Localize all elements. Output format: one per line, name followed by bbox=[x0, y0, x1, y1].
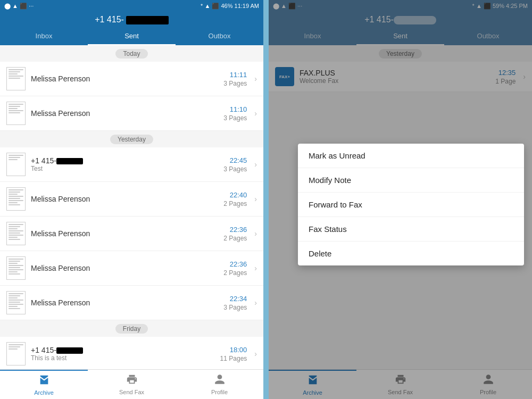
phone-divider bbox=[263, 0, 269, 399]
fax-thumbnail bbox=[6, 222, 26, 245]
send-fax-icon bbox=[126, 373, 138, 388]
context-menu-item-fax-status[interactable]: Fax Status bbox=[298, 217, 524, 242]
list-item[interactable]: Melissa Perenson 11:11 3 Pages › bbox=[0, 62, 263, 96]
msg-meta: 22:40 2 Pages bbox=[223, 191, 247, 207]
date-label-yesterday-left: Yesterday bbox=[110, 135, 153, 144]
date-section-yesterday-left: Yesterday bbox=[0, 131, 263, 147]
left-phone-number-redacted bbox=[126, 16, 169, 24]
context-menu-item-delete[interactable]: Delete bbox=[298, 242, 524, 265]
chevron-right-icon: › bbox=[254, 74, 257, 83]
msg-meta: 11:11 3 Pages bbox=[223, 71, 247, 87]
context-menu-item-forward-fax[interactable]: Forward to Fax bbox=[298, 193, 524, 217]
msg-meta: 22:36 2 Pages bbox=[223, 260, 247, 277]
context-menu: Mark as Unread Modify Note Forward to Fa… bbox=[298, 144, 524, 265]
fax-thumbnail bbox=[6, 256, 26, 280]
msg-info: +1 415- This is a test bbox=[31, 346, 215, 362]
msg-meta: 22:34 3 Pages bbox=[223, 295, 247, 311]
list-item[interactable]: Melissa Perenson 11:10 3 Pages › bbox=[0, 96, 263, 131]
fax-thumbnail bbox=[6, 153, 26, 176]
msg-info: Melissa Perenson bbox=[31, 109, 218, 118]
date-section-today: Today bbox=[0, 45, 263, 62]
msg-meta: 22:45 3 Pages bbox=[223, 156, 247, 173]
left-bottom-nav: Archive Send Fax Profile bbox=[0, 369, 263, 399]
left-status-left: ⬤ ▲ ⬛ ··· bbox=[4, 3, 34, 10]
list-item[interactable]: Melissa Perenson 22:36 2 Pages › bbox=[0, 251, 263, 286]
nav-archive-left[interactable]: Archive bbox=[0, 370, 88, 399]
left-phone-header: +1 415- bbox=[0, 12, 263, 28]
list-item[interactable]: Melissa Perenson 22:36 2 Pages › bbox=[0, 217, 263, 251]
chevron-right-icon: › bbox=[254, 160, 257, 169]
fax-thumbnail bbox=[6, 187, 26, 211]
chevron-right-icon: › bbox=[254, 350, 257, 358]
msg-info: Melissa Perenson bbox=[31, 195, 218, 203]
tab-inbox-left[interactable]: Inbox bbox=[0, 28, 88, 45]
nav-sendfax-left[interactable]: Send Fax bbox=[88, 370, 176, 399]
tab-sent-left[interactable]: Sent bbox=[88, 28, 176, 45]
msg-meta: 22:36 2 Pages bbox=[223, 226, 247, 242]
left-message-list: Today Melissa Perenson 11:11 3 Pages › bbox=[0, 45, 263, 369]
msg-info: Melissa Perenson bbox=[31, 229, 218, 238]
date-label-friday: Friday bbox=[115, 324, 148, 334]
list-item[interactable]: Melissa Perenson 22:40 2 Pages › bbox=[0, 182, 263, 217]
chevron-right-icon: › bbox=[254, 229, 257, 238]
list-item[interactable]: +1 415- This is a test 18:00 11 Pages › bbox=[0, 337, 263, 369]
msg-meta: 11:10 3 Pages bbox=[223, 105, 247, 122]
profile-icon bbox=[214, 373, 226, 388]
fax-thumbnail bbox=[6, 102, 26, 125]
msg-info: Melissa Perenson bbox=[31, 264, 218, 272]
date-label-today: Today bbox=[115, 49, 147, 59]
nav-label-archive-left: Archive bbox=[34, 389, 54, 396]
chevron-right-icon: › bbox=[254, 264, 257, 272]
chevron-right-icon: › bbox=[254, 109, 257, 118]
nav-label-profile-left: Profile bbox=[211, 389, 228, 395]
chevron-right-icon: › bbox=[254, 195, 257, 203]
left-phone-screen: ⬤ ▲ ⬛ ··· * ▲ ⬛ 46% 11:19 AM +1 415- Inb… bbox=[0, 0, 263, 399]
context-menu-item-mark-unread[interactable]: Mark as Unread bbox=[298, 144, 524, 168]
date-section-friday: Friday bbox=[0, 320, 263, 337]
nav-label-sendfax-left: Send Fax bbox=[119, 389, 144, 395]
fax-thumbnail bbox=[6, 291, 26, 314]
context-menu-item-modify-note[interactable]: Modify Note bbox=[298, 168, 524, 193]
right-phone-wrapper: ⬤ ▲ ⬛ ··· * ▲ ⬛ 59% 4:25 PM +1 415- Inbo… bbox=[269, 0, 532, 399]
msg-info: +1 415- Test bbox=[31, 156, 218, 172]
chevron-right-icon: › bbox=[254, 298, 257, 307]
left-tab-bar: Inbox Sent Outbox bbox=[0, 28, 263, 45]
tab-outbox-left[interactable]: Outbox bbox=[176, 28, 263, 45]
msg-info: Melissa Perenson bbox=[31, 298, 218, 307]
left-status-right: * ▲ ⬛ 46% 11:19 AM bbox=[201, 3, 259, 10]
nav-profile-left[interactable]: Profile bbox=[176, 370, 263, 399]
archive-icon bbox=[38, 374, 50, 388]
list-item[interactable]: +1 415- Test 22:45 3 Pages › bbox=[0, 147, 263, 182]
fax-thumbnail bbox=[6, 67, 26, 90]
msg-info: Melissa Perenson bbox=[31, 74, 218, 83]
left-status-bar: ⬤ ▲ ⬛ ··· * ▲ ⬛ 46% 11:19 AM bbox=[0, 0, 263, 12]
msg-meta: 18:00 11 Pages bbox=[220, 346, 247, 362]
fax-thumbnail bbox=[6, 342, 26, 365]
list-item[interactable]: Melissa Perenson 22:34 3 Pages › bbox=[0, 286, 263, 320]
